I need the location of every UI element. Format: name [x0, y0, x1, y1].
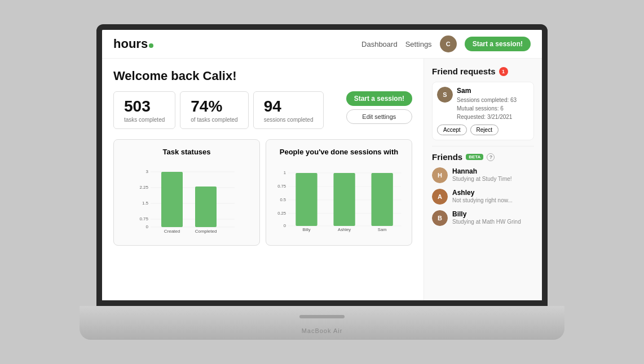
people-sessions-chart: People you've done sessions with 1 0.75 … — [266, 139, 412, 246]
friend-request-card: S Sam Sessions completed: 63 Mutual sess… — [432, 82, 534, 140]
header-avatar: C — [440, 35, 457, 52]
svg-text:0.75: 0.75 — [277, 184, 286, 189]
header-right: Dashboard Settings C Start a session! — [361, 35, 531, 52]
task-statuses-chart: Task statuses 3 2.25 1.5 0.75 0 — [113, 139, 260, 246]
friend-status-ashley: Not studying right now... — [452, 197, 513, 203]
friend-info-hannah: Hannah Studying at Study Time! — [452, 167, 512, 182]
svg-text:Ashley: Ashley — [338, 227, 351, 232]
laptop-notch — [299, 315, 345, 318]
logo-dot — [149, 43, 153, 48]
request-sessions: Sessions completed: 63 — [457, 96, 517, 104]
svg-text:0: 0 — [146, 224, 149, 229]
reject-button[interactable]: Reject — [470, 125, 499, 135]
svg-text:Sam: Sam — [378, 227, 387, 232]
nav-settings[interactable]: Settings — [405, 40, 432, 48]
request-avatar: S — [437, 87, 453, 103]
svg-rect-26 — [372, 173, 393, 226]
svg-rect-24 — [295, 173, 317, 226]
svg-text:Created: Created — [164, 229, 180, 234]
friend-requests-badge: 1 — [499, 67, 508, 76]
stat-actions: Start a session! Edit settings — [346, 91, 412, 129]
friend-avatar-hannah: H — [432, 167, 448, 183]
request-actions: Accept Reject — [437, 125, 529, 135]
stat-pct-label: of tasks completed — [191, 117, 237, 123]
dashboard: Welcome back Calix! 503 tasks completed … — [102, 59, 424, 300]
svg-text:1.5: 1.5 — [142, 201, 149, 206]
people-sessions-svg: 1 0.75 0.5 0.25 0 — [274, 162, 404, 237]
laptop-screen: hours Dashboard Settings C Start a sessi… — [96, 24, 548, 306]
stat-sessions-number: 94 — [264, 97, 314, 116]
stat-card-sessions: 94 sessions completed — [253, 91, 324, 129]
friend-item-hannah: H Hannah Studying at Study Time! — [432, 167, 534, 183]
friend-info-ashley: Ashley Not studying right now... — [452, 189, 513, 203]
nav-dashboard[interactable]: Dashboard — [361, 40, 398, 48]
main-content: hours Dashboard Settings C Start a sessi… — [102, 30, 542, 300]
stat-sessions-label: sessions completed — [264, 117, 314, 123]
friend-avatar-billy: B — [432, 210, 448, 226]
people-sessions-title: People you've done sessions with — [274, 148, 404, 156]
sidebar: Friend requests 1 S Sam Sessions complet — [424, 59, 542, 300]
friend-avatar-ashley: A — [432, 189, 448, 205]
friend-item-ashley: A Ashley Not studying right now... — [432, 189, 534, 205]
friend-item-billy: B Billy Studying at Math HW Grind — [432, 210, 534, 226]
friend-name-ashley: Ashley — [452, 189, 513, 197]
friend-info-billy: Billy Studying at Math HW Grind — [452, 210, 521, 225]
stat-tasks-number: 503 — [124, 97, 165, 116]
divider — [432, 146, 534, 147]
request-date: Requested: 3/21/2021 — [457, 113, 517, 121]
request-name: Sam — [457, 87, 517, 95]
friend-status-billy: Studying at Math HW Grind — [452, 219, 521, 225]
svg-text:Billy: Billy — [302, 227, 310, 232]
svg-text:0.5: 0.5 — [280, 197, 286, 202]
task-statuses-svg: 3 2.25 1.5 0.75 0 — [122, 162, 252, 237]
svg-rect-11 — [195, 187, 217, 227]
edit-settings-button[interactable]: Edit settings — [346, 109, 412, 124]
laptop-base: MacBook Air — [80, 306, 564, 340]
start-session-button[interactable]: Start a session! — [346, 91, 412, 106]
request-info: Sam Sessions completed: 63 Mutual sessio… — [457, 87, 517, 121]
friend-name-hannah: Hannah — [452, 167, 512, 175]
stats-row: 503 tasks completed 74% of tasks complet… — [113, 91, 412, 129]
friend-name-billy: Billy — [452, 210, 521, 218]
request-mutual: Mutual sessions: 6 — [457, 104, 517, 113]
stat-tasks-label: tasks completed — [124, 117, 165, 123]
svg-rect-10 — [161, 172, 183, 227]
svg-text:0.75: 0.75 — [139, 216, 148, 221]
svg-text:Completed: Completed — [195, 229, 217, 234]
friends-beta-badge: BETA — [466, 154, 483, 160]
body-area: Welcome back Calix! 503 tasks completed … — [102, 59, 542, 300]
friend-requests-title: Friend requests 1 — [432, 66, 534, 76]
friends-title: Friends BETA ? — [432, 152, 534, 162]
laptop-brand: MacBook Air — [302, 327, 343, 334]
svg-text:3: 3 — [146, 169, 149, 174]
svg-text:0: 0 — [284, 223, 286, 228]
friend-status-hannah: Studying at Study Time! — [452, 176, 512, 182]
welcome-title: Welcome back Calix! — [113, 69, 412, 83]
laptop-wrapper: hours Dashboard Settings C Start a sessi… — [80, 24, 564, 340]
header-start-button[interactable]: Start a session! — [465, 37, 531, 51]
help-icon[interactable]: ? — [487, 153, 495, 161]
svg-rect-25 — [333, 173, 355, 226]
svg-text:1: 1 — [284, 170, 286, 175]
accept-button[interactable]: Accept — [437, 125, 467, 135]
header: hours Dashboard Settings C Start a sessi… — [102, 30, 542, 59]
stat-card-tasks: 503 tasks completed — [113, 91, 175, 129]
charts-row: Task statuses 3 2.25 1.5 0.75 0 — [113, 139, 412, 246]
logo: hours — [113, 37, 153, 51]
app: hours Dashboard Settings C Start a sessi… — [102, 30, 542, 300]
svg-text:0.25: 0.25 — [277, 211, 286, 216]
stat-pct-number: 74% — [191, 97, 237, 116]
task-statuses-title: Task statuses — [122, 148, 252, 156]
svg-text:2.25: 2.25 — [139, 185, 148, 190]
stat-card-pct: 74% of tasks completed — [180, 91, 248, 129]
